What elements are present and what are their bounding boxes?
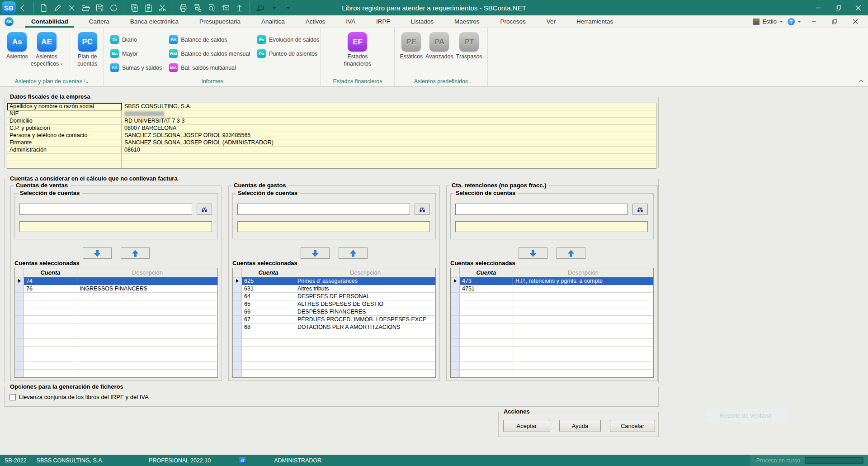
grid-row[interactable] xyxy=(15,347,217,354)
back-arrow-icon[interactable] xyxy=(16,1,30,14)
account-search-input-ventas[interactable] xyxy=(19,204,192,215)
descripcion-cell[interactable]: H.P., retencions y pgmts. a compte xyxy=(513,277,653,285)
print-preview-icon[interactable] xyxy=(204,1,218,14)
grid-row[interactable]: 74 xyxy=(15,277,217,285)
send-mail-icon[interactable] xyxy=(218,1,232,14)
cuenta-cell[interactable]: 65 xyxy=(242,300,295,308)
cuenta-cell[interactable] xyxy=(460,354,513,362)
cuenta-cell[interactable] xyxy=(242,347,295,354)
row-selector-cell[interactable] xyxy=(15,370,24,377)
caret-down-icon[interactable] xyxy=(281,1,295,14)
tab-herramientas[interactable]: Herramientas xyxy=(566,15,623,28)
cuenta-cell[interactable] xyxy=(460,293,513,300)
row-selector-cell[interactable] xyxy=(233,339,242,347)
grid-row[interactable] xyxy=(451,354,653,362)
cuenta-cell[interactable] xyxy=(24,293,77,300)
row-selector-cell[interactable] xyxy=(233,362,242,370)
row-selector-cell[interactable] xyxy=(451,293,460,300)
edit-pencil-icon[interactable] xyxy=(51,1,65,14)
fiscal-row-value[interactable]: 08007 BARCELONA xyxy=(122,125,656,132)
print-icon[interactable] xyxy=(176,1,190,14)
cuenta-cell[interactable]: 76 xyxy=(24,285,77,293)
row-selector-cell[interactable] xyxy=(451,300,460,308)
child-restore-icon[interactable] xyxy=(826,16,843,28)
grid-header-cuenta[interactable]: Cuenta xyxy=(460,268,513,277)
ribbon-item-evoluci-n-de-saldos[interactable]: EvEvolución de saldos xyxy=(257,33,319,47)
joint-bookkeeping-checkbox[interactable] xyxy=(9,394,16,400)
grid-row[interactable] xyxy=(15,362,217,370)
ribbon-button-plan-de-cuentas[interactable]: PCPlan decuentas xyxy=(77,28,97,76)
accept-button[interactable]: Aceptar xyxy=(503,420,550,432)
ribbon-item-balance-de-saldos-mensual[interactable]: BMBalance de saldos mensual xyxy=(169,47,250,61)
tab-maestros[interactable]: Maestros xyxy=(444,15,490,28)
grid-row[interactable] xyxy=(233,354,435,362)
grid-row[interactable] xyxy=(451,323,653,331)
row-selector-cell[interactable] xyxy=(233,293,242,300)
row-selector-cell[interactable] xyxy=(15,293,24,300)
descripcion-cell[interactable]: INGRESSOS FINANCERS xyxy=(77,285,217,293)
descripcion-cell[interactable]: ALTRES DESPESES DE GESTIO xyxy=(295,300,435,308)
descripcion-cell[interactable] xyxy=(513,339,653,347)
print-setup-icon[interactable] xyxy=(190,1,204,14)
open-folder-icon[interactable] xyxy=(79,1,93,14)
cuenta-cell[interactable]: 68 xyxy=(242,323,295,331)
move-down-button-retenciones[interactable] xyxy=(519,247,547,259)
cuenta-cell[interactable] xyxy=(24,323,77,331)
descripcion-cell[interactable] xyxy=(513,293,653,300)
row-selector-cell[interactable] xyxy=(451,308,460,316)
row-selector-cell[interactable] xyxy=(233,331,242,339)
save-disk-icon[interactable] xyxy=(93,1,107,14)
ribbon-item-punteo-de-asientos[interactable]: PuPunteo de asientos xyxy=(257,47,319,61)
cuenta-cell[interactable] xyxy=(242,339,295,347)
row-selector-cell[interactable] xyxy=(451,277,460,285)
cuenta-cell[interactable]: 67 xyxy=(242,316,295,323)
grid-row[interactable]: 67PÈRDUES PROCED. IMMOB. I DESPESES EXCE xyxy=(233,316,435,323)
ribbon-button-estados-financieros[interactable]: EFEstadosfinancieros xyxy=(344,28,371,76)
row-selector-cell[interactable] xyxy=(451,285,460,293)
grid-row[interactable] xyxy=(451,331,653,339)
descripcion-cell[interactable]: DESPESES DE PERSONAL xyxy=(295,293,435,300)
row-selector-cell[interactable] xyxy=(15,285,24,293)
export-up-icon[interactable] xyxy=(232,1,246,14)
tab-listados[interactable]: Listados xyxy=(401,15,444,28)
cuenta-cell[interactable] xyxy=(24,354,77,362)
descripcion-cell[interactable] xyxy=(77,323,217,331)
row-selector-cell[interactable] xyxy=(15,354,24,362)
cuenta-cell[interactable] xyxy=(460,347,513,354)
fiscal-row-label[interactable] xyxy=(7,154,122,161)
row-selector-cell[interactable] xyxy=(233,285,242,293)
descripcion-cell[interactable]: PÈRDUES PROCED. IMMOB. I DESPESES EXCE xyxy=(295,316,435,323)
grid-row[interactable]: 66DESPESES FINANCERES xyxy=(233,308,435,316)
cuenta-cell[interactable] xyxy=(24,308,77,316)
descripcion-cell[interactable] xyxy=(513,300,653,308)
descripcion-cell[interactable] xyxy=(513,354,653,362)
descripcion-cell[interactable] xyxy=(295,331,435,339)
grid-row[interactable] xyxy=(233,370,435,377)
move-down-button-ventas[interactable] xyxy=(83,247,112,259)
row-selector-cell[interactable] xyxy=(233,347,242,354)
row-selector-cell[interactable] xyxy=(233,323,242,331)
fiscal-row-value[interactable] xyxy=(122,110,656,118)
grid-header-cuenta[interactable]: Cuenta xyxy=(242,268,295,277)
descripcion-cell[interactable] xyxy=(77,308,217,316)
row-selector-cell[interactable] xyxy=(15,339,24,347)
descripcion-cell[interactable] xyxy=(513,362,653,370)
paste-icon[interactable] xyxy=(142,1,156,14)
descripcion-cell[interactable] xyxy=(295,347,435,354)
child-close-icon[interactable] xyxy=(847,16,863,28)
descripcion-cell[interactable] xyxy=(77,300,217,308)
grid-row[interactable] xyxy=(15,354,217,362)
cuenta-cell[interactable] xyxy=(460,323,513,331)
descripcion-cell[interactable]: DOTACIONS PER A AMORTITZACIONS xyxy=(295,323,435,331)
row-selector-cell[interactable] xyxy=(15,308,24,316)
fiscal-row-value[interactable] xyxy=(122,154,656,161)
descripcion-cell[interactable] xyxy=(513,323,653,331)
help-button[interactable]: Ayuda xyxy=(559,420,601,432)
tab-activos[interactable]: Activos xyxy=(295,15,336,28)
grid-header-descripcion[interactable]: Descripción xyxy=(77,268,217,277)
descripcion-cell[interactable] xyxy=(77,370,217,377)
window-select-icon[interactable] xyxy=(253,1,267,14)
grid-row[interactable] xyxy=(451,339,653,347)
grid-row[interactable] xyxy=(15,370,217,377)
row-selector-cell[interactable] xyxy=(451,347,460,354)
